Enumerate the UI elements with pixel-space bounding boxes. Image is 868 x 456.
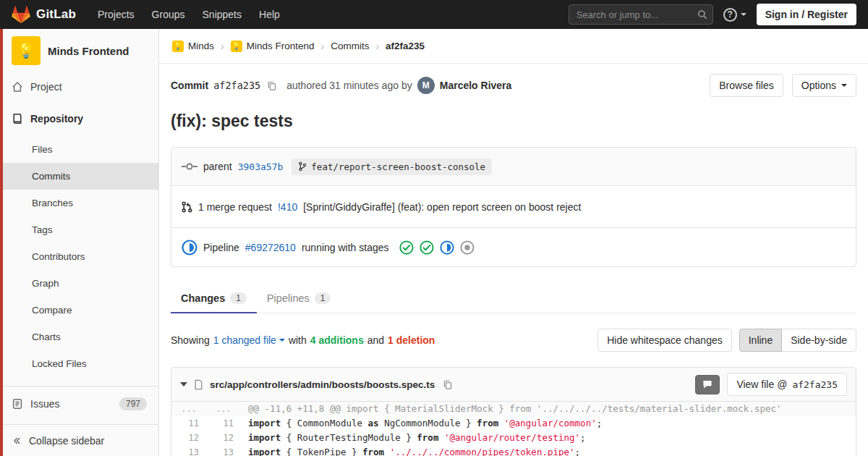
pipeline-stage-success-icon[interactable]: [420, 240, 434, 255]
sidebar-item-issues[interactable]: Issues797: [0, 388, 158, 420]
breadcrumb-item-minds[interactable]: 💡Minds: [172, 41, 214, 52]
sign-in-button[interactable]: Sign in / Register: [757, 4, 856, 25]
diff-code-line: import { RouterTestingModule } from '@an…: [241, 431, 856, 445]
author-name-link[interactable]: Marcelo Rivera: [440, 80, 512, 91]
sidebar-item-files[interactable]: Files: [0, 136, 158, 163]
side-by-side-view-button[interactable]: Side-by-side: [781, 329, 856, 352]
project-context-header[interactable]: 💡 Minds Frontend: [0, 29, 158, 69]
branch-icon: [298, 161, 307, 172]
parent-sha-link[interactable]: 3903a57b: [238, 161, 284, 172]
help-icon: ?: [723, 8, 737, 22]
mr-count-text: 1 merge request: [198, 201, 272, 213]
breadcrumb-separator: ›: [375, 41, 379, 52]
browse-files-button[interactable]: Browse files: [710, 74, 783, 97]
breadcrumb-avatar-icon: 💡: [172, 41, 184, 52]
sidebar-section-issues: Issues797: [0, 386, 158, 420]
pipeline-stage-running-icon[interactable]: [440, 240, 454, 255]
mr-link[interactable]: !410: [278, 201, 297, 213]
pipeline-status-text: running with stages: [302, 242, 389, 253]
old-line-number[interactable]: 13: [171, 445, 206, 456]
old-line-number[interactable]: 12: [171, 431, 206, 445]
sidebar-item-contributors[interactable]: Contributors: [0, 243, 158, 270]
tab-label: Changes: [181, 292, 225, 304]
sidebar-item-repository[interactable]: Repository: [0, 103, 158, 135]
nav-item-groups[interactable]: Groups: [143, 0, 194, 29]
help-menu[interactable]: ?: [723, 8, 746, 22]
hide-whitespace-button[interactable]: Hide whitespace changes: [597, 329, 732, 352]
showing-label: Showing: [171, 334, 210, 346]
project-sidebar: 💡 Minds Frontend ProjectRepositoryFilesC…: [0, 29, 159, 456]
sidebar-item-graph[interactable]: Graph: [0, 270, 158, 297]
chevron-down-icon: [279, 339, 285, 342]
pipeline-running-icon[interactable]: [182, 240, 197, 256]
old-line-number[interactable]: ...: [171, 402, 206, 416]
sidebar-item-project[interactable]: Project: [0, 71, 158, 103]
file-path: src/app/controllers/admin/boosts/boosts.…: [210, 379, 435, 390]
diff-view-toggle: Inline Side-by-side: [739, 329, 856, 352]
inline-view-button[interactable]: Inline: [739, 329, 782, 352]
collapse-diff-caret-icon[interactable]: [180, 382, 187, 387]
sidebar-item-charts[interactable]: Charts: [0, 324, 158, 350]
project-icon: [12, 81, 23, 93]
copy-file-path-button[interactable]: [441, 378, 454, 392]
search-input[interactable]: [569, 4, 713, 25]
merge-request-icon: [182, 201, 192, 213]
nav-item-snippets[interactable]: Snippets: [194, 0, 250, 29]
author-avatar[interactable]: M: [417, 77, 435, 94]
copy-sha-button[interactable]: [265, 79, 278, 93]
view-file-button[interactable]: View file @ af2fa235: [727, 373, 847, 396]
sidebar-item-commits[interactable]: Commits: [0, 163, 158, 190]
tab-pipelines[interactable]: Pipelines1: [257, 284, 341, 313]
sidebar-item-tags[interactable]: Tags: [0, 216, 158, 243]
commit-node-icon: [182, 161, 197, 172]
diff-file-block: src/app/controllers/admin/boosts/boosts.…: [171, 367, 856, 456]
top-navbar: GitLab ProjectsGroupsSnippetsHelp ? Sign…: [0, 0, 868, 29]
sidebar-item-compare[interactable]: Compare: [0, 297, 158, 324]
gitlab-logo[interactable]: GitLab: [12, 6, 76, 24]
pipeline-mini-graph: [399, 240, 480, 255]
pipeline-link[interactable]: #69272610: [245, 242, 296, 253]
repository-icon: [12, 113, 23, 124]
commit-sha: af2fa235: [213, 80, 260, 91]
collapse-sidebar-button[interactable]: Collapse sidebar: [0, 424, 158, 456]
parent-row: parent 3903a57b feat/report-screen-boost…: [171, 148, 856, 185]
old-line-number[interactable]: 11: [171, 416, 206, 431]
new-line-number[interactable]: ...: [206, 402, 241, 416]
parent-label: parent: [203, 161, 232, 172]
main-nav-menu: ProjectsGroupsSnippetsHelp: [89, 0, 289, 29]
tab-changes[interactable]: Changes1: [171, 284, 257, 313]
authored-text: authored 31 minutes ago by: [286, 80, 412, 91]
sidebar-item-locked-files[interactable]: Locked Files: [0, 350, 158, 377]
new-line-number[interactable]: 11: [206, 416, 241, 431]
sidebar-section-repository: RepositoryFilesCommitsBranchesTagsContri…: [0, 103, 158, 380]
branch-name: feat/report-screen-boost-console: [311, 161, 485, 172]
breadcrumb-item-af2fa235: af2fa235: [386, 41, 425, 51]
diff-line-context: 1111import { CommonModule as NgCommonMod…: [171, 416, 856, 431]
nav-item-help[interactable]: Help: [250, 0, 289, 29]
pipeline-row: Pipeline #69272610 running with stages: [171, 227, 856, 266]
diff-line-match: ......@@ -11,6 +11,8 @@ import { Materia…: [171, 402, 856, 416]
new-line-number[interactable]: 12: [206, 431, 241, 445]
options-dropdown-button[interactable]: Options: [792, 74, 856, 97]
mr-title-text: [Sprint/GiddyGiraffe] (feat): open repor…: [303, 201, 581, 213]
breadcrumb-item-commits[interactable]: Commits: [331, 41, 369, 51]
main-content: 💡Minds›💡Minds Frontend›Commits›af2fa235 …: [159, 29, 868, 456]
search-icon: [697, 9, 707, 20]
toggle-comments-button[interactable]: [695, 375, 720, 394]
comment-bubble-icon: [702, 380, 712, 389]
gitlab-tanuki-icon: [12, 6, 30, 24]
breadcrumb-label: Commits: [331, 41, 369, 51]
breadcrumb-item-minds-frontend[interactable]: 💡Minds Frontend: [231, 41, 315, 52]
pipeline-stage-success-icon[interactable]: [399, 240, 414, 255]
pipeline-stage-created-icon[interactable]: [460, 240, 475, 255]
diff-line-context: 1212import { RouterTestingModule } from …: [171, 431, 856, 445]
nav-item-projects[interactable]: Projects: [89, 0, 143, 29]
branch-ref[interactable]: feat/report-screen-boost-console: [292, 159, 492, 175]
new-line-number[interactable]: 13: [206, 445, 241, 456]
changed-files-dropdown[interactable]: 1 changed file: [213, 334, 285, 346]
with-label: with: [289, 334, 307, 346]
diff-file-header: src/app/controllers/admin/boosts/boosts.…: [171, 368, 856, 402]
commit-title: (fix): spec tests: [171, 111, 856, 131]
sidebar-item-branches[interactable]: Branches: [0, 190, 158, 216]
sidebar-item-label: Repository: [30, 113, 83, 124]
